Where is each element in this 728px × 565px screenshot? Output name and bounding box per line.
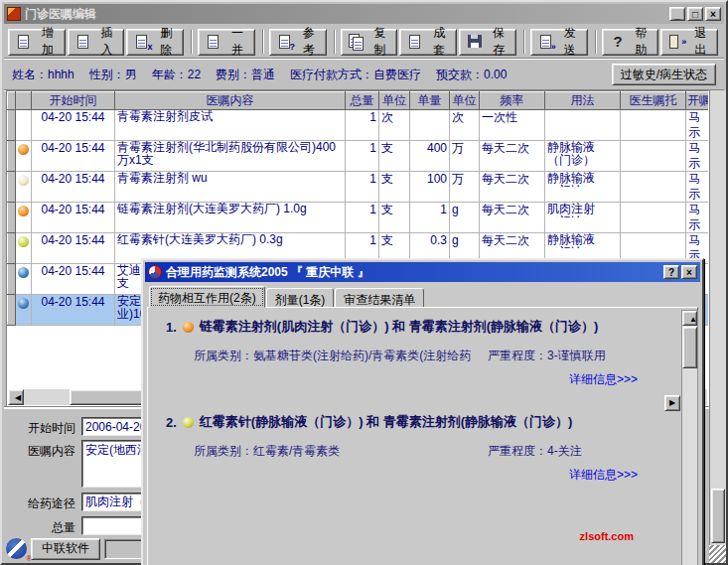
dialog-tab-strip: 药物相互作用(2条)剂量(1条)审查结果清单 xyxy=(149,286,676,308)
cell-start-time: 04-20 15:44 xyxy=(32,295,115,326)
patient-field-5: 预交款：0.00 xyxy=(436,67,507,83)
cell-prescriber: 马示 xyxy=(686,203,709,233)
cell-prescriber: 马示 xyxy=(686,141,709,172)
tab-1[interactable]: 剂量(1条) xyxy=(266,288,335,308)
scroll-right-arrow-icon[interactable]: ▶ xyxy=(664,395,680,411)
form-label-1: 医嘱内容 xyxy=(4,440,75,460)
toolbar-button-save[interactable]: 保存 xyxy=(459,29,516,56)
cell-frequency: 一次性 xyxy=(480,110,545,141)
window-vertical-scrollbar[interactable] xyxy=(709,90,726,545)
cell-dose: 1 xyxy=(410,203,450,233)
row-header-cell xyxy=(8,295,16,326)
scroll-up-arrow-icon[interactable]: ▲ xyxy=(682,311,697,326)
dialog-icon xyxy=(148,265,162,279)
patient-field-1: 性别：男 xyxy=(89,67,137,83)
cell-unit: 支 xyxy=(379,172,410,203)
cell-total-qty: 1 xyxy=(346,110,379,141)
dialog-title: 合理用药监测系统2005 『 重庆中联 』 xyxy=(166,264,661,281)
table-header-用法: 用法 xyxy=(545,92,621,110)
table-row[interactable]: 04-20 15:44青霉素注射剂(华北制药股份有限公司)400万x1支1支40… xyxy=(8,141,709,172)
cell-doctor-note xyxy=(621,110,686,141)
table-row[interactable]: 04-20 15:44青霉素注射剂皮试1次次一次性马示 xyxy=(8,110,709,141)
cell-unit: 支 xyxy=(379,141,410,172)
interaction-item-title: 1.链霉素注射剂(肌肉注射（门诊）) 和 青霉素注射剂(静脉输液（门诊）) xyxy=(166,318,657,336)
toolbar-button-send[interactable]: »发送 xyxy=(530,29,588,56)
detail-info-link[interactable]: 详细信息>>> xyxy=(569,371,638,388)
interaction-item-title: 2.红霉素针(静脉输液（门诊）) 和 青霉素注射剂(静脉输液（门诊）) xyxy=(166,413,657,431)
form-label-3: 总量 xyxy=(4,516,75,536)
ref-icon: ? xyxy=(277,34,294,50)
toolbar-button-add[interactable]: 增加 xyxy=(8,29,66,56)
table-header-单位: 单位 xyxy=(450,92,480,110)
cell-usage xyxy=(545,110,621,141)
tab-0[interactable]: 药物相互作用(2条) xyxy=(149,286,265,308)
toolbar-button-copy[interactable]: 复制 xyxy=(341,29,398,56)
cell-dose-unit: 万 xyxy=(450,172,480,203)
delete-icon: x xyxy=(134,34,151,50)
cell-dose-unit: 万 xyxy=(450,141,480,172)
window-title: 门诊医嘱编辑 xyxy=(25,6,667,23)
maximize-button[interactable]: □ xyxy=(687,7,703,21)
table-header-单位: 单位 xyxy=(379,92,410,110)
cell-status xyxy=(16,203,32,233)
vertical-scroll-thumb[interactable] xyxy=(711,489,725,543)
toolbar-button-insert[interactable]: 插入 xyxy=(68,29,125,56)
resize-grip[interactable] xyxy=(709,545,726,563)
cell-dose-unit: g xyxy=(450,203,480,233)
tab-2[interactable]: 审查结果清单 xyxy=(335,288,424,308)
status-sphere-icon xyxy=(18,206,29,216)
dialog-scroll-thumb[interactable] xyxy=(682,327,697,368)
dialog-vertical-scrollbar[interactable]: ▲ xyxy=(681,310,698,565)
cell-usage: 静脉输液（门诊） xyxy=(545,141,621,172)
table-header-开嘱: 开嘱 xyxy=(686,92,709,110)
toolbar: 增加插入x删除一并?参考复制成套保存»发送?帮助»退出 xyxy=(4,26,724,59)
cell-prescriber: 马示 xyxy=(686,110,709,141)
toolbar-button-delete[interactable]: x删除 xyxy=(126,29,184,56)
cell-order-content: 青霉素注射剂 wu xyxy=(115,172,346,203)
detail-info-link[interactable]: 详细信息>>> xyxy=(569,467,638,484)
drug-monitor-dialog: 合理用药监测系统2005 『 重庆中联 』 ? × 药物相互作用(2条)剂量(1… xyxy=(141,258,704,565)
allergy-history-button[interactable]: 过敏史/病生状态 xyxy=(612,64,716,85)
cell-start-time: 04-20 15:44 xyxy=(32,233,115,264)
toolbar-separator xyxy=(595,30,597,54)
patient-field-0: 姓名：hhhh xyxy=(12,67,74,83)
row-header-cell xyxy=(8,141,16,172)
row-header-cell xyxy=(8,110,16,141)
toolbar-button-label: 退出 xyxy=(690,25,710,59)
table-row[interactable]: 04-20 15:44链霉素注射剂(大连美罗大药厂) 1.0g1支1g每天二次肌… xyxy=(8,203,709,233)
toolbar-button-set[interactable]: 成套 xyxy=(399,29,457,56)
table-header-row: 开始时间医嘱内容总量单位单量单位频率用法医生嘱托开嘱 xyxy=(8,92,709,110)
severity-sphere-icon xyxy=(183,322,194,333)
cell-status xyxy=(16,141,32,172)
item-category: 所属类别：氨基糖苷类(注射给药)/青霉素类(注射给药 xyxy=(194,348,484,364)
table-row[interactable]: 04-20 15:44青霉素注射剂 wu1支100万每天二次静脉输液（门诊）马示 xyxy=(8,172,709,203)
cell-frequency: 每天二次 xyxy=(480,203,545,233)
help-icon: ? xyxy=(610,34,627,50)
cell-status xyxy=(16,233,32,264)
status-sphere-icon xyxy=(18,236,29,247)
copy-icon xyxy=(349,34,365,50)
cell-dose: 100 xyxy=(410,172,450,203)
minimize-button[interactable]: _ xyxy=(669,7,685,21)
item-number: 2. xyxy=(166,415,177,430)
cell-usage: 静脉输液（门诊） xyxy=(545,172,621,203)
toolbar-separator xyxy=(262,30,264,54)
set-icon xyxy=(407,34,424,50)
dialog-close-button[interactable]: × xyxy=(681,265,697,279)
toolbar-button-exit[interactable]: »退出 xyxy=(660,29,718,56)
dialog-help-button[interactable]: ? xyxy=(663,265,679,279)
send-icon: » xyxy=(538,34,555,50)
toolbar-button-label: 一并 xyxy=(227,25,247,59)
scroll-left-arrow-icon[interactable]: ◀ xyxy=(8,389,24,405)
toolbar-button-label: 删除 xyxy=(156,25,176,59)
toolbar-button-help[interactable]: ?帮助 xyxy=(602,29,659,56)
toolbar-button-merge[interactable]: 一并 xyxy=(198,29,255,56)
status-sphere-icon xyxy=(18,144,29,155)
exit-icon: » xyxy=(668,34,685,50)
close-button[interactable]: × xyxy=(705,7,721,21)
patient-field-4: 医疗付款方式：自费医疗 xyxy=(290,67,421,83)
toolbar-button-ref[interactable]: ?参考 xyxy=(269,29,327,56)
table-header-开始时间: 开始时间 xyxy=(32,92,115,110)
cell-status xyxy=(16,295,32,326)
form-label-0: 开始时间 xyxy=(4,417,75,437)
